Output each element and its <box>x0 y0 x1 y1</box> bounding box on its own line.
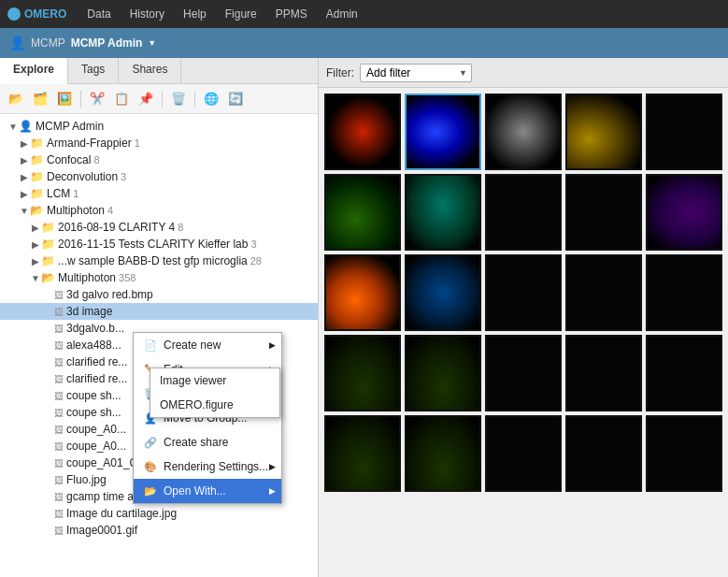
image-thumb-15[interactable] <box>324 335 401 411</box>
thumb-inner-7 <box>487 176 560 249</box>
new-folder-btn[interactable]: 🗂️ <box>30 89 50 109</box>
nav-data[interactable]: Data <box>79 7 118 21</box>
tree-item-multiphoton2[interactable]: ▼ 📂 Multiphoton 358 <box>0 269 318 286</box>
tree-item-multiphoton[interactable]: ▼ 📂 Multiphoton 4 <box>0 202 318 219</box>
thumb-inner-4 <box>648 95 721 168</box>
submenu-image-viewer[interactable]: Image viewer <box>150 368 279 393</box>
toolbar: 📂 🗂️ 🖼️ ✂️ 📋 📌 🗑️ 🌐 🔄 <box>0 84 318 114</box>
image-thumb-0[interactable] <box>324 94 401 170</box>
thumb-inner-16 <box>407 337 479 410</box>
ctx-create-share[interactable]: 🔗 Create share <box>134 430 281 454</box>
logo-text: OMERO <box>24 7 66 21</box>
tree-root-label: MCMP Admin <box>36 120 104 133</box>
image-thumb-17[interactable] <box>485 335 562 411</box>
nav-help[interactable]: Help <box>176 7 214 21</box>
image-thumb-19[interactable] <box>646 335 722 411</box>
share-icon: 🔗 <box>143 435 158 450</box>
image-thumb-12[interactable] <box>485 254 562 331</box>
tree-root-arrow: ▼ <box>7 122 19 132</box>
open-with-icon: 📂 <box>143 483 158 498</box>
thumb-inner-9 <box>648 176 721 249</box>
image-thumb-10[interactable] <box>324 254 401 331</box>
paste-btn[interactable]: 📌 <box>136 89 156 109</box>
tree-item-confocal[interactable]: ▶ 📁 Confocal 8 <box>0 151 318 168</box>
cut-btn[interactable]: ✂️ <box>87 89 107 109</box>
tree-file-3dgalvo[interactable]: ▶ 🖼 3d galvo red.bmp <box>0 286 318 303</box>
image-thumb-8[interactable] <box>565 174 642 251</box>
image-thumb-13[interactable] <box>565 254 642 331</box>
nav-admin[interactable]: Admin <box>319 7 365 21</box>
image-thumb-16[interactable] <box>405 335 481 411</box>
open-folder-btn[interactable]: 📂 <box>6 89 26 109</box>
rendering-icon: 🎨 <box>143 459 158 474</box>
ctx-open-with[interactable]: 📂 Open With... <box>134 479 281 503</box>
image-thumb-21[interactable] <box>405 415 481 492</box>
thumb-inner-0 <box>326 95 399 168</box>
ctx-create-new-label: Create new <box>164 339 221 352</box>
thumb-inner-10 <box>326 256 399 329</box>
thumb-inner-22 <box>487 417 560 490</box>
nav-history[interactable]: History <box>122 7 172 21</box>
submenu-omero-figure[interactable]: OMERO.figure <box>150 393 279 417</box>
image-thumb-5[interactable] <box>324 174 401 251</box>
image-grid <box>319 88 728 577</box>
thumb-inner-15 <box>326 337 399 410</box>
thumb-inner-5 <box>326 176 399 249</box>
thumb-inner-6 <box>407 176 479 249</box>
dropdown-arrow[interactable]: ▼ <box>148 38 156 48</box>
nav-figure[interactable]: Figure <box>218 7 264 21</box>
logo-icon <box>7 7 21 21</box>
image-thumb-24[interactable] <box>646 415 722 492</box>
context-menu: 📄 Create new ✏️ Edit 🗑️ Delete 👤 Move to… <box>133 332 282 504</box>
refresh-btn[interactable]: 🔄 <box>225 89 246 109</box>
thumb-inner-24 <box>648 417 721 490</box>
tree-item-armand[interactable]: ▶ 📁 Armand-Frappier 1 <box>0 135 318 151</box>
group-name: MCMP <box>31 36 65 50</box>
nav-ppms[interactable]: PPMS <box>268 7 315 21</box>
thumb-inner-20 <box>326 417 399 490</box>
tree-file-cartilage[interactable]: ▶ 🖼 Image du cartilage.jpg <box>0 505 318 522</box>
image-thumb-22[interactable] <box>485 415 562 492</box>
username[interactable]: MCMP Admin <box>71 36 143 50</box>
tree-file-image0001[interactable]: ▶ 🖼 Image0001.gif <box>0 522 318 539</box>
tree-item-babb[interactable]: ▶ 📁 ...w sample BABB-D test gfp microgli… <box>0 252 318 269</box>
tree-item-kieffer[interactable]: ▶ 📁 2016-11-15 Tests CLARITY Kieffer lab… <box>0 236 318 252</box>
main-layout: Explore Tags Shares 📂 🗂️ 🖼️ ✂️ 📋 📌 🗑️ 🌐 … <box>0 58 728 577</box>
new-image-btn[interactable]: 🖼️ <box>54 89 75 109</box>
image-thumb-20[interactable] <box>324 415 401 492</box>
thumb-inner-23 <box>567 417 640 490</box>
user-icon: 👤 <box>9 36 25 50</box>
copy-btn[interactable]: 📋 <box>111 89 132 109</box>
filter-select-wrapper: Add filter ▼ <box>360 64 472 82</box>
image-thumb-7[interactable] <box>485 174 562 251</box>
image-thumb-18[interactable] <box>565 335 642 411</box>
ctx-create-new[interactable]: 📄 Create new <box>134 333 281 357</box>
image-thumb-11[interactable] <box>405 254 481 331</box>
top-nav: OMERO Data History Help Figure PPMS Admi… <box>0 0 728 28</box>
create-new-icon: 📄 <box>143 338 158 353</box>
tree-item-deconvolution[interactable]: ▶ 📁 Deconvolution 3 <box>0 168 318 185</box>
image-thumb-6[interactable] <box>405 174 481 251</box>
image-thumb-14[interactable] <box>646 254 722 331</box>
tab-tags[interactable]: Tags <box>68 58 119 83</box>
image-thumb-23[interactable] <box>565 415 642 492</box>
tree-item-lcm[interactable]: ▶ 📁 LCM 1 <box>0 185 318 202</box>
image-thumb-4[interactable] <box>646 94 722 170</box>
tree-item-clarity4[interactable]: ▶ 📁 2016-08-19 CLARITY 4 8 <box>0 219 318 236</box>
thumb-inner-3 <box>567 95 640 168</box>
image-thumb-3[interactable] <box>565 94 642 170</box>
delete-btn[interactable]: 🗑️ <box>168 89 189 109</box>
ctx-rendering[interactable]: 🎨 Rendering Settings... <box>134 454 281 479</box>
image-thumb-1[interactable] <box>405 94 481 170</box>
tree-root[interactable]: ▼ 👤 MCMP Admin <box>0 118 318 135</box>
image-thumb-9[interactable] <box>646 174 722 251</box>
filter-select[interactable]: Add filter <box>360 64 472 82</box>
ctx-share-label: Create share <box>164 436 228 449</box>
image-thumb-2[interactable] <box>485 94 562 170</box>
tree-file-3dimage[interactable]: ▶ 🖼 3d image <box>0 303 318 320</box>
tab-explore[interactable]: Explore <box>0 58 68 84</box>
ctx-rendering-label: Rendering Settings... <box>164 460 268 473</box>
sep2 <box>162 91 163 108</box>
globe-btn[interactable]: 🌐 <box>201 89 221 109</box>
tab-shares[interactable]: Shares <box>119 58 181 83</box>
